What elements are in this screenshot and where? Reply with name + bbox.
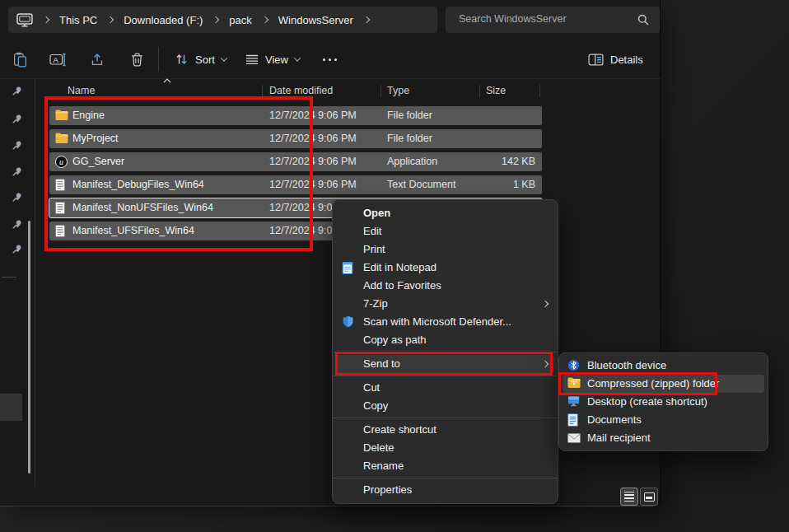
submenu-item-mail-recipient[interactable]: Mail recipient <box>559 429 768 447</box>
sort-ascending-icon <box>163 78 171 83</box>
column-divider[interactable] <box>479 85 480 97</box>
submenu-item-documents[interactable]: Documents <box>559 411 768 429</box>
menu-separator <box>334 418 557 418</box>
chevron-right-icon[interactable] <box>363 16 370 23</box>
menu-item-send-to[interactable]: Send to <box>333 355 558 373</box>
file-date: 12/7/2024 9:06 PM <box>269 175 357 194</box>
menu-item-open[interactable]: Open <box>333 204 558 222</box>
large-icons-view-icon <box>644 492 655 502</box>
breadcrumb-windowsserver[interactable]: WindowsServer <box>278 14 353 26</box>
menu-separator <box>334 478 557 478</box>
large-icons-view-toggle[interactable] <box>640 488 658 506</box>
send-to-submenu: Bluetooth device Compressed (zipped) fol… <box>558 352 768 451</box>
menu-item-print[interactable]: Print <box>333 240 558 259</box>
file-name: MyProject <box>72 129 119 148</box>
pin-icon[interactable] <box>11 243 23 255</box>
column-header-date-modified[interactable]: Date modified <box>269 81 333 100</box>
submenu-item-label: Mail recipient <box>587 432 651 444</box>
menu-item-rename[interactable]: Rename <box>333 457 558 475</box>
chevron-right-icon[interactable] <box>107 16 114 23</box>
menu-item-cut[interactable]: Cut <box>333 379 558 397</box>
search-icon[interactable] <box>637 14 649 26</box>
file-row-gg-server[interactable]: u GG_Server 12/7/2024 9:06 PM Applicatio… <box>49 152 542 171</box>
sidebar-item-partial[interactable] <box>0 394 22 421</box>
details-pane-button[interactable]: Details <box>583 44 648 74</box>
menu-separator <box>334 376 557 376</box>
desktop-monitor-icon <box>567 395 581 408</box>
chevron-down-icon <box>221 54 227 61</box>
chevron-right-icon[interactable] <box>262 16 268 23</box>
sort-icon <box>175 54 189 65</box>
notepad-icon <box>342 261 355 274</box>
column-divider[interactable] <box>380 85 381 97</box>
context-menu: Open Edit Print Edit in Notepad Add to F… <box>332 199 558 504</box>
file-row-myproject[interactable]: MyProject 12/7/2024 9:06 PM File folder <box>49 129 542 148</box>
submenu-item-label: Compressed (zipped) folder <box>587 377 719 390</box>
submenu-item-desktop-shortcut[interactable]: Desktop (create shortcut) <box>559 393 768 411</box>
submenu-arrow-icon <box>542 301 549 307</box>
rename-button[interactable]: A <box>43 44 72 74</box>
file-type: File folder <box>387 106 432 125</box>
delete-button[interactable] <box>122 44 152 74</box>
file-name: Engine <box>72 106 105 125</box>
menu-item-copy-as-path[interactable]: Copy as path <box>333 331 558 349</box>
pin-icon[interactable] <box>11 139 23 152</box>
menu-item-label: Send to <box>363 357 400 370</box>
menu-item-properties[interactable]: Properties <box>333 481 558 499</box>
menu-item-add-to-favorites[interactable]: Add to Favorites <box>333 277 558 295</box>
documents-icon <box>567 413 581 427</box>
search-input[interactable] <box>446 7 623 31</box>
submenu-item-compressed-zipped-folder[interactable]: Compressed (zipped) folder <box>559 375 768 393</box>
pin-icon[interactable] <box>11 218 23 231</box>
search-box[interactable] <box>446 7 660 33</box>
pin-icon[interactable] <box>11 191 23 203</box>
paste-button[interactable] <box>5 44 35 74</box>
column-header-name[interactable]: Name <box>68 81 95 100</box>
menu-item-edit[interactable]: Edit <box>333 222 558 240</box>
file-row-manifest-debugfiles[interactable]: Manifest_DebugFiles_Win64 12/7/2024 9:06… <box>49 175 542 194</box>
pin-icon[interactable] <box>11 113 23 125</box>
file-row-engine[interactable]: Engine 12/7/2024 9:06 PM File folder <box>49 106 542 125</box>
file-name: Manifest_NonUFSFiles_Win64 <box>72 198 213 217</box>
file-size: 1 KB <box>513 175 535 194</box>
column-header-size[interactable]: Size <box>486 81 506 100</box>
sidebar-divider <box>35 79 35 486</box>
trash-icon <box>131 53 143 67</box>
breadcrumb-pack[interactable]: pack <box>229 14 251 26</box>
pin-icon[interactable] <box>11 166 23 178</box>
column-divider[interactable] <box>262 85 263 97</box>
menu-item-delete[interactable]: Delete <box>333 439 558 457</box>
menu-item-copy[interactable]: Copy <box>333 397 558 415</box>
chevron-right-icon[interactable] <box>43 16 49 23</box>
file-date: 12/7/2024 9:06 PM <box>269 106 357 125</box>
this-pc-icon[interactable] <box>16 13 33 27</box>
address-bar[interactable]: This PC Downloaded (F:) pack WindowsServ… <box>8 7 437 33</box>
details-view-toggle[interactable] <box>620 488 638 506</box>
view-label: View <box>265 54 288 66</box>
paste-icon <box>13 52 27 68</box>
sidebar-scrollbar[interactable] <box>28 221 30 474</box>
share-button[interactable] <box>82 44 112 74</box>
file-name: Manifest_UFSFiles_Win64 <box>72 222 194 240</box>
submenu-item-bluetooth[interactable]: Bluetooth device <box>559 357 768 375</box>
menu-item-7zip[interactable]: 7-Zip <box>333 295 558 313</box>
toolbar-divider <box>158 47 159 72</box>
share-icon <box>90 53 105 67</box>
column-divider[interactable] <box>539 85 540 97</box>
breadcrumb-this-pc[interactable]: This PC <box>59 14 97 26</box>
file-size: 142 KB <box>502 152 535 171</box>
view-button[interactable]: View <box>240 44 305 74</box>
unreal-app-icon: u <box>55 156 68 169</box>
sort-button[interactable]: Sort <box>170 44 231 74</box>
pin-icon[interactable] <box>11 85 23 97</box>
menu-item-scan-defender[interactable]: Scan with Microsoft Defender... <box>333 313 558 331</box>
column-header-type[interactable]: Type <box>387 81 409 100</box>
mail-envelope-icon <box>567 433 581 446</box>
menu-item-create-shortcut[interactable]: Create shortcut <box>333 421 558 439</box>
menu-item-edit-in-notepad[interactable]: Edit in Notepad <box>333 259 558 277</box>
more-options-button[interactable] <box>315 44 344 74</box>
menu-item-label: Edit in Notepad <box>363 261 437 273</box>
chevron-right-icon[interactable] <box>212 16 219 23</box>
menu-item-label: 7-Zip <box>363 297 388 310</box>
breadcrumb-drive[interactable]: Downloaded (F:) <box>124 14 203 26</box>
